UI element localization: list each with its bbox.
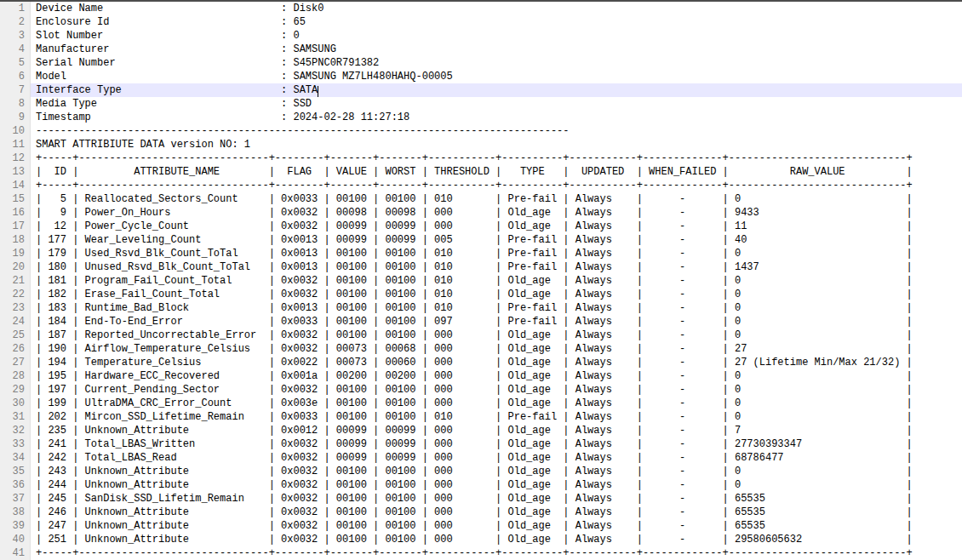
editor-line-35: 35| 243 | Unknown_Attribute | 0x0032 | 0… <box>0 465 962 478</box>
line-text[interactable]: Slot Number : 0 <box>31 29 962 43</box>
line-number[interactable]: 30 <box>0 397 31 410</box>
line-number[interactable]: 17 <box>0 220 31 233</box>
editor-line-40: 40| 251 | Unknown_Attribute | 0x0032 | 0… <box>0 533 962 546</box>
line-text[interactable]: | ID | ATTRIBUTE_NAME | FLAG | VALUE | W… <box>31 165 962 179</box>
line-number[interactable]: 32 <box>0 424 31 437</box>
line-text[interactable]: Manufacturer : SAMSUNG <box>31 43 962 56</box>
line-number[interactable]: 18 <box>0 233 31 247</box>
line-text[interactable]: | 183 | Runtime_Bad_Block | 0x0013 | 001… <box>31 301 962 315</box>
line-number[interactable]: 13 <box>0 165 31 179</box>
line-number[interactable]: 38 <box>0 506 31 519</box>
editor-line-20: 20| 180 | Unused_Rsvd_Blk_Count_ToTal | … <box>0 260 962 274</box>
editor-line-32: 32| 235 | Unknown_Attribute | 0x0012 | 0… <box>0 424 962 437</box>
line-number[interactable]: 3 <box>0 29 31 43</box>
line-text[interactable]: | 235 | Unknown_Attribute | 0x0012 | 000… <box>31 424 962 437</box>
editor-line-31: 31| 202 | Mircon_SSD_Lifetime_Remain | 0… <box>0 410 962 424</box>
line-number[interactable]: 27 <box>0 356 31 369</box>
line-text[interactable]: | 246 | Unknown_Attribute | 0x0032 | 001… <box>31 506 962 519</box>
editor-line-22: 22| 182 | Erase_Fail_Count_Total | 0x003… <box>0 288 962 301</box>
line-number[interactable]: 9 <box>0 111 31 124</box>
line-number[interactable]: 21 <box>0 274 31 288</box>
line-number[interactable]: 34 <box>0 451 31 465</box>
line-number[interactable]: 29 <box>0 383 31 397</box>
line-text[interactable]: | 187 | Reported_Uncorrectable_Error | 0… <box>31 329 962 342</box>
line-text[interactable]: ----------------------------------------… <box>31 124 962 138</box>
line-number[interactable]: 5 <box>0 56 31 70</box>
line-text[interactable]: | 244 | Unknown_Attribute | 0x0032 | 001… <box>31 478 962 492</box>
line-text[interactable]: Media Type : SSD <box>31 97 962 111</box>
line-number[interactable]: 36 <box>0 478 31 492</box>
line-number[interactable]: 28 <box>0 369 31 383</box>
line-text[interactable]: | 5 | Reallocated_Sectors_Count | 0x0033… <box>31 192 962 206</box>
line-text[interactable]: Enclosure Id : 65 <box>31 15 962 29</box>
line-text[interactable]: | 9 | Power_On_Hours | 0x0032 | 00098 | … <box>31 206 962 220</box>
editor-line-4: 4Manufacturer : SAMSUNG <box>0 43 962 56</box>
line-number[interactable]: 19 <box>0 247 31 260</box>
line-text[interactable]: +-----+-------------------------------+-… <box>31 151 962 165</box>
line-number[interactable]: 8 <box>0 97 31 111</box>
line-number[interactable]: 4 <box>0 43 31 56</box>
line-number[interactable]: 16 <box>0 206 31 220</box>
line-number[interactable]: 20 <box>0 260 31 274</box>
line-text[interactable]: | 247 | Unknown_Attribute | 0x0032 | 001… <box>31 519 962 533</box>
line-text[interactable]: | 197 | Current_Pending_Sector | 0x0032 … <box>31 383 962 397</box>
line-text[interactable]: | 184 | End-To-End_Error | 0x0033 | 0010… <box>31 315 962 329</box>
line-text[interactable]: | 195 | Hardware_ECC_Recovered | 0x001a … <box>31 369 962 383</box>
line-text[interactable]: +-----+-------------------------------+-… <box>31 179 962 192</box>
line-number[interactable]: 14 <box>0 179 31 192</box>
editor-line-6: 6Model : SAMSUNG MZ7LH480HAHQ-00005 <box>0 70 962 83</box>
line-text[interactable]: Model : SAMSUNG MZ7LH480HAHQ-00005 <box>31 70 962 83</box>
line-number[interactable]: 11 <box>0 138 31 151</box>
line-text[interactable]: | 245 | SanDisk_SSD_Lifetim_Remain | 0x0… <box>31 492 962 506</box>
editor-line-24: 24| 184 | End-To-End_Error | 0x0033 | 00… <box>0 315 962 329</box>
line-number[interactable]: 41 <box>0 546 31 560</box>
line-text[interactable]: | 190 | Airflow_Temperature_Celsius | 0x… <box>31 342 962 356</box>
line-number[interactable]: 7 <box>0 83 31 97</box>
line-number[interactable]: 25 <box>0 329 31 342</box>
line-text[interactable]: | 181 | Program_Fail_Count_Total | 0x003… <box>31 274 962 288</box>
editor-line-16: 16| 9 | Power_On_Hours | 0x0032 | 00098 … <box>0 206 962 220</box>
line-text[interactable]: Serial Number : S45PNC0R791382 <box>31 56 962 70</box>
line-text[interactable]: | 12 | Power_Cycle_Count | 0x0032 | 0009… <box>31 220 962 233</box>
line-number[interactable]: 35 <box>0 465 31 478</box>
editor-line-9: 9Timestamp : 2024-02-28 11:27:18 <box>0 111 962 124</box>
line-text[interactable]: SMART ATTRIBIUTE DATA version NO: 1 <box>31 138 962 151</box>
line-text[interactable]: Device Name : Disk0 <box>31 2 962 15</box>
editor-line-23: 23| 183 | Runtime_Bad_Block | 0x0013 | 0… <box>0 301 962 315</box>
line-number[interactable]: 31 <box>0 410 31 424</box>
line-number[interactable]: 1 <box>0 2 31 15</box>
line-text[interactable]: | 199 | UltraDMA_CRC_Error_Count | 0x003… <box>31 397 962 410</box>
line-text[interactable]: | 182 | Erase_Fail_Count_Total | 0x0032 … <box>31 288 962 301</box>
line-number[interactable]: 6 <box>0 70 31 83</box>
line-text[interactable]: | 241 | Total_LBAS_Written | 0x0032 | 00… <box>31 437 962 451</box>
editor-line-38: 38| 246 | Unknown_Attribute | 0x0032 | 0… <box>0 506 962 519</box>
editor-line-30: 30| 199 | UltraDMA_CRC_Error_Count | 0x0… <box>0 397 962 410</box>
line-number[interactable]: 26 <box>0 342 31 356</box>
line-text[interactable]: | 242 | Total_LBAS_Read | 0x0032 | 00099… <box>31 451 962 465</box>
editor-line-21: 21| 181 | Program_Fail_Count_Total | 0x0… <box>0 274 962 288</box>
line-text[interactable]: Timestamp : 2024-02-28 11:27:18 <box>31 111 962 124</box>
text-editor[interactable]: 1Device Name : Disk02Enclosure Id : 653S… <box>0 2 962 560</box>
line-text[interactable]: | 177 | Wear_Leveling_Count | 0x0013 | 0… <box>31 233 962 247</box>
line-text[interactable]: | 243 | Unknown_Attribute | 0x0032 | 001… <box>31 465 962 478</box>
line-number[interactable]: 37 <box>0 492 31 506</box>
line-number[interactable]: 12 <box>0 151 31 165</box>
line-text[interactable]: | 179 | Used_Rsvd_Blk_Count_ToTal | 0x00… <box>31 247 962 260</box>
line-number[interactable]: 39 <box>0 519 31 533</box>
line-number[interactable]: 2 <box>0 15 31 29</box>
line-text[interactable]: Interface Type : SATA <box>31 83 962 97</box>
line-number[interactable]: 40 <box>0 533 31 546</box>
line-text[interactable]: +-----+-------------------------------+-… <box>31 546 962 560</box>
line-text[interactable]: | 202 | Mircon_SSD_Lifetime_Remain | 0x0… <box>31 410 962 424</box>
line-number[interactable]: 10 <box>0 124 31 138</box>
line-text[interactable]: | 194 | Temperature_Celsius | 0x0022 | 0… <box>31 356 962 369</box>
editor-line-10: 10--------------------------------------… <box>0 124 962 138</box>
line-text[interactable]: | 251 | Unknown_Attribute | 0x0032 | 001… <box>31 533 962 546</box>
line-number[interactable]: 23 <box>0 301 31 315</box>
line-text[interactable]: | 180 | Unused_Rsvd_Blk_Count_ToTal | 0x… <box>31 260 962 274</box>
editor-line-14: 14+-----+-------------------------------… <box>0 179 962 192</box>
line-number[interactable]: 33 <box>0 437 31 451</box>
line-number[interactable]: 24 <box>0 315 31 329</box>
line-number[interactable]: 15 <box>0 192 31 206</box>
line-number[interactable]: 22 <box>0 288 31 301</box>
